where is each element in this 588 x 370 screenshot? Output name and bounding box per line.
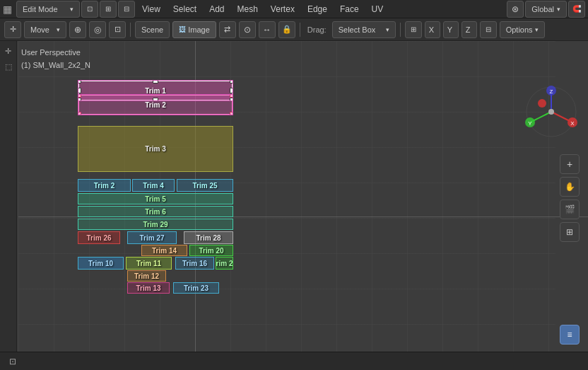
grid-btn[interactable]: ⊞	[560, 222, 580, 242]
sidebar-move-tool[interactable]: ✛	[1, 44, 16, 58]
uv-island-trim27[interactable]: Trim 27	[127, 231, 177, 244]
menu-face[interactable]: Face	[334, 3, 365, 16]
menu-select[interactable]: Select	[167, 3, 202, 16]
bottom-icon[interactable]: ⊡	[6, 354, 20, 369]
menu-mesh[interactable]: Mesh	[232, 3, 264, 16]
uv-island-label-trim21: Trim 21	[216, 260, 233, 267]
divider3	[400, 23, 401, 37]
selection-handle[interactable]	[78, 88, 81, 93]
left-sidebar: ✛ ⬚	[0, 41, 17, 370]
select-box-btn[interactable]: Select Box ▾	[332, 21, 396, 38]
divider2	[300, 23, 300, 37]
uv-island-trim4[interactable]: Trim 4	[132, 179, 175, 192]
snap-btn[interactable]: 🧲	[568, 1, 585, 18]
orientation-btn[interactable]: ⊕	[69, 21, 86, 38]
scene-btn[interactable]: Scene	[135, 21, 170, 38]
selection-handle[interactable]	[230, 88, 233, 93]
options-dropdown-icon: ▾	[535, 26, 539, 33]
uv-island-label-trim6: Trim 6	[145, 208, 165, 216]
coord-z-label: Z	[466, 25, 471, 34]
mesh-display-btn2[interactable]: ⊞	[100, 1, 117, 18]
transform-mode-label: Move	[30, 25, 49, 34]
uv-island-label-trim13: Trim 13	[136, 284, 160, 292]
transform-mode-btn[interactable]: Move ▾	[24, 21, 66, 38]
uv-island-trim29[interactable]: Trim 29	[78, 219, 233, 230]
menu-uv[interactable]: UV	[366, 3, 389, 16]
selection-handle[interactable]	[78, 80, 81, 83]
extra-icon[interactable]: ⊛	[507, 1, 524, 18]
coord-y-btn[interactable]: Y	[443, 21, 459, 38]
uv-island-label-trim28: Trim 28	[196, 234, 220, 242]
top-menubar: ▦ Edit Mode ▾ ⊡ ⊞ ⊟ View Select Add Mesh…	[0, 0, 588, 18]
transform-extra-btn[interactable]: ⊡	[109, 21, 126, 38]
uv-island-label-trim29: Trim 29	[143, 221, 167, 229]
selection-handle[interactable]	[78, 94, 81, 98]
proportional-btn[interactable]: ⊙	[239, 21, 256, 38]
coord-x-btn[interactable]: X	[425, 21, 440, 38]
uv-island-trim20[interactable]: Trim 20	[189, 245, 233, 256]
pivot-btn[interactable]: ◎	[89, 21, 106, 38]
selection-handle[interactable]	[230, 112, 233, 115]
svg-text:Y: Y	[528, 120, 532, 127]
uv-island-label-trim14: Trim 14	[152, 247, 177, 255]
uv-island-trim28[interactable]: Trim 28	[184, 231, 233, 244]
selection-handle[interactable]	[153, 80, 158, 83]
right-tools-panel: + ✋ 🎬 ⊞	[560, 154, 580, 242]
global-dropdown: ▾	[557, 6, 560, 13]
image-btn[interactable]: 🖼 Image	[172, 21, 216, 38]
uv-island-trim2b[interactable]: Trim 2	[78, 179, 131, 192]
properties-btn[interactable]: ≡	[560, 325, 580, 345]
svg-point-11	[538, 99, 546, 108]
lock-btn[interactable]: 🔒	[278, 21, 295, 38]
viewport[interactable]: ✛ ⬚ User Perspective (1) SM_Wall_2x2_N T…	[0, 41, 588, 370]
uv-island-trim26[interactable]: Trim 26	[78, 231, 120, 244]
nav-gizmo-svg[interactable]: Z X Y	[523, 83, 580, 140]
menu-add[interactable]: Add	[204, 3, 230, 16]
sidebar-select-tool[interactable]: ⬚	[1, 59, 16, 74]
uv-island-trim5[interactable]: Trim 5	[78, 193, 233, 204]
selection-handle[interactable]	[230, 94, 233, 98]
uv-island-trim25[interactable]: Trim 25	[177, 179, 233, 192]
uv-island-label-trim23: Trim 23	[184, 284, 208, 292]
uv-island-trim3[interactable]: Trim 3	[78, 126, 233, 172]
drag-label: Drag:	[305, 25, 329, 34]
uv-island-trim14[interactable]: Trim 14	[141, 245, 187, 256]
coord-extra-btn[interactable]: ⊟	[480, 21, 497, 38]
menu-edge[interactable]: Edge	[302, 3, 333, 16]
transform-icon[interactable]: ✛	[4, 21, 21, 38]
edit-mode-selector[interactable]: Edit Mode ▾	[16, 1, 80, 18]
svg-point-10	[548, 109, 554, 115]
zoom-in-btn[interactable]: +	[560, 154, 580, 174]
uv-island-trim16[interactable]: Trim 16	[175, 257, 214, 270]
uv-island-trim12b[interactable]: Trim 12	[127, 270, 166, 282]
uv-island-trim23[interactable]: Trim 23	[173, 282, 219, 294]
image-label: Image	[188, 25, 210, 34]
global-btn[interactable]: Global ▾	[525, 1, 567, 18]
mesh-display-btn[interactable]: ⊡	[81, 1, 98, 18]
uv-island-label-trim10: Trim 10	[88, 260, 113, 267]
camera-btn[interactable]: 🎬	[560, 200, 580, 219]
selection-handle[interactable]	[230, 80, 233, 83]
mirror-btn[interactable]: ↔	[259, 21, 276, 38]
app-icon: ▦	[3, 4, 12, 15]
coord-icon[interactable]: ⊞	[405, 21, 422, 38]
options-btn[interactable]: Options ▾	[500, 21, 545, 38]
uv-island-trim11[interactable]: Trim 11	[126, 257, 172, 270]
mesh-display-btn3[interactable]: ⊟	[118, 1, 135, 18]
uv-island-label-trim3: Trim 3	[145, 145, 165, 153]
uv-island-trim6[interactable]: Trim 6	[78, 206, 233, 217]
svg-text:Z: Z	[550, 88, 553, 95]
menu-vertex[interactable]: Vertex	[265, 3, 300, 16]
uv-island-label-trim20: Trim 20	[199, 247, 223, 255]
selection-handle[interactable]	[78, 112, 81, 115]
edit-mode-dropdown-icon: ▾	[70, 6, 74, 13]
sync-btn[interactable]: ⇄	[219, 21, 236, 38]
uv-island-trim10[interactable]: Trim 10	[78, 257, 124, 270]
pan-btn[interactable]: ✋	[560, 177, 580, 197]
coord-z-btn[interactable]: Z	[461, 21, 477, 38]
uv-island-trim21[interactable]: Trim 21	[216, 257, 233, 270]
svg-text:X: X	[570, 120, 575, 127]
menu-view[interactable]: View	[136, 3, 166, 16]
uv-island-label-trim25: Trim 25	[192, 182, 217, 190]
uv-island-trim13[interactable]: Trim 13	[127, 282, 170, 294]
